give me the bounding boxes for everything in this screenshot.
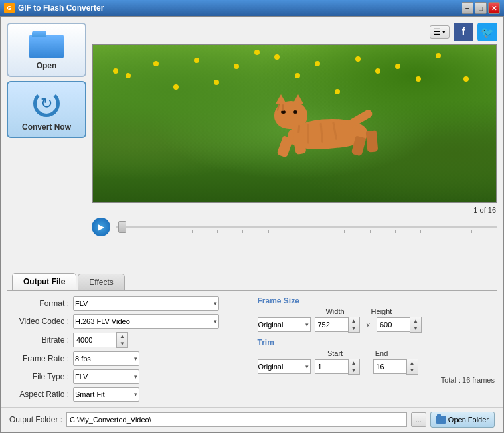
tab-effects[interactable]: Effects	[78, 274, 124, 290]
bitrate-spin-up[interactable]: ▲	[117, 333, 127, 340]
timeline-marker	[141, 230, 141, 233]
trim-select[interactable]: OriginalCustom	[258, 359, 311, 374]
maximize-button[interactable]: □	[475, 2, 487, 14]
width-label: Width	[319, 307, 352, 315]
timeline-marker	[446, 230, 446, 233]
convert-now-button[interactable]: ↻ Convert Now	[7, 81, 86, 138]
flower	[126, 73, 131, 78]
convert-now-label: Convert Now	[22, 122, 71, 131]
height-spin-down[interactable]: ▼	[410, 325, 421, 332]
width-input[interactable]	[315, 317, 348, 332]
format-select[interactable]: FLVSWFAVIMP4	[73, 296, 219, 311]
cat-leg-front-left	[276, 135, 293, 158]
flower	[375, 68, 380, 74]
frame-rate-label: Frame Rate :	[9, 354, 69, 363]
minimize-button[interactable]: −	[462, 2, 473, 14]
flower	[274, 54, 280, 60]
timeline-marker	[192, 230, 193, 233]
open-folder-label: Open Folder	[448, 416, 489, 424]
timeline-markers	[116, 230, 497, 233]
frame-size-label: Frame Size	[258, 296, 495, 305]
height-spin-buttons: ▲ ▼	[410, 317, 422, 333]
frame-size-row: OriginalCustom160x120320x240640x480 ▾ ▲ …	[258, 317, 495, 333]
flower	[173, 84, 179, 90]
aspect-ratio-select[interactable]: Smart FitKeep RatioStretch	[73, 387, 139, 402]
main-window: Open ↻ Convert Now ☰ ▾ f 🐦	[0, 16, 504, 433]
file-type-row: File Type : FLVSWFAVIMP4 ▾	[9, 369, 247, 384]
timeline-marker	[116, 230, 116, 233]
file-type-select[interactable]: FLVSWFAVIMP4	[73, 369, 139, 384]
open-button[interactable]: Open	[7, 23, 86, 77]
content-area: Open ↻ Convert Now ☰ ▾ f 🐦	[1, 17, 503, 270]
timeline-marker	[471, 230, 472, 233]
play-button[interactable]	[92, 218, 110, 236]
frame-rate-select[interactable]: 8 fps12 fps15 fps24 fps30 fps	[73, 351, 139, 366]
timeline-track	[116, 226, 497, 228]
twitter-button[interactable]: 🐦	[477, 23, 497, 41]
trim-start-input[interactable]	[315, 359, 348, 374]
format-label: Format :	[9, 299, 69, 308]
timeline-marker	[370, 230, 371, 233]
width-spin-up[interactable]: ▲	[349, 317, 359, 325]
bitrate-spin-down[interactable]: ▼	[117, 340, 127, 347]
trim-end-spin-buttons: ▲ ▼	[406, 359, 418, 375]
timeline-marker	[395, 230, 396, 233]
timeline-marker	[217, 230, 218, 233]
preview-top-bar: ☰ ▾ f 🐦	[92, 23, 497, 41]
tabs-bar: Output File Effects	[7, 273, 497, 291]
width-spin-down[interactable]: ▼	[349, 325, 359, 332]
trim-start-spin-down[interactable]: ▼	[349, 367, 359, 374]
close-button[interactable]: ✕	[488, 2, 500, 14]
trim-start-spin-up[interactable]: ▲	[349, 359, 359, 367]
flower	[355, 56, 361, 62]
height-input[interactable]	[377, 317, 410, 332]
output-bar: Output Folder : ... Open Folder	[1, 407, 503, 432]
timeline-marker	[344, 230, 345, 233]
trim-label: Trim	[258, 338, 495, 347]
browse-button[interactable]: ...	[411, 412, 426, 427]
cat-image	[274, 102, 380, 149]
flower	[315, 61, 320, 66]
facebook-button[interactable]: f	[454, 23, 473, 41]
video-codec-select[interactable]: H.263 FLV VideoH.264 AVC VideoVP6 Video	[73, 314, 219, 329]
trim-end-input[interactable]	[373, 359, 406, 374]
bitrate-input[interactable]	[73, 333, 116, 347]
video-codec-label: Video Codec :	[9, 317, 69, 326]
settings-left: Format : FLVSWFAVIMP4 ▾ Video Codec : H.…	[9, 296, 247, 402]
trim-end-spin-up[interactable]: ▲	[407, 359, 418, 367]
settings-panel: Format : FLVSWFAVIMP4 ▾ Video Codec : H.…	[1, 291, 503, 407]
start-label: Start	[319, 349, 352, 357]
tab-output-file[interactable]: Output File	[12, 273, 76, 290]
settings-right: Frame Size Width Height OriginalCustom16…	[258, 296, 495, 402]
flower	[214, 80, 219, 85]
frame-size-select[interactable]: OriginalCustom160x120320x240640x480	[258, 317, 311, 332]
trim-start-spin-buttons: ▲ ▼	[348, 359, 360, 375]
window-title: GIF to Flash Converter	[18, 3, 462, 13]
trim-preset-container: OriginalCustom ▾	[258, 359, 311, 374]
flower	[295, 73, 300, 78]
cat-leg-back-right	[366, 130, 378, 152]
trim-end-spin-down[interactable]: ▼	[407, 367, 418, 374]
frame-size-section: Frame Size Width Height OriginalCustom16…	[258, 296, 495, 333]
output-path-input[interactable]	[66, 412, 407, 427]
flower	[113, 68, 118, 74]
open-folder-icon	[436, 416, 446, 424]
list-icon: ☰	[434, 27, 441, 37]
open-folder-button[interactable]: Open Folder	[430, 412, 495, 428]
height-label: Height	[365, 307, 398, 315]
trim-total: Total : 16 frames	[258, 376, 495, 384]
folder-icon	[29, 29, 64, 58]
aspect-ratio-label: Aspect Ratio :	[9, 390, 69, 399]
format-row: Format : FLVSWFAVIMP4 ▾	[9, 296, 247, 311]
output-folder-label: Output Folder :	[9, 415, 62, 424]
window-controls: − □ ✕	[462, 2, 500, 14]
file-type-label: File Type :	[9, 372, 69, 381]
preview-area: ☰ ▾ f 🐦	[92, 23, 497, 265]
flower	[254, 50, 260, 55]
height-spin-up[interactable]: ▲	[410, 317, 421, 325]
frame-counter: 1 of 16	[92, 206, 497, 214]
timeline[interactable]	[116, 222, 497, 232]
trim-row: OriginalCustom ▾ ▲ ▼	[258, 359, 495, 375]
list-view-button[interactable]: ☰ ▾	[430, 25, 450, 39]
flower	[463, 76, 469, 82]
